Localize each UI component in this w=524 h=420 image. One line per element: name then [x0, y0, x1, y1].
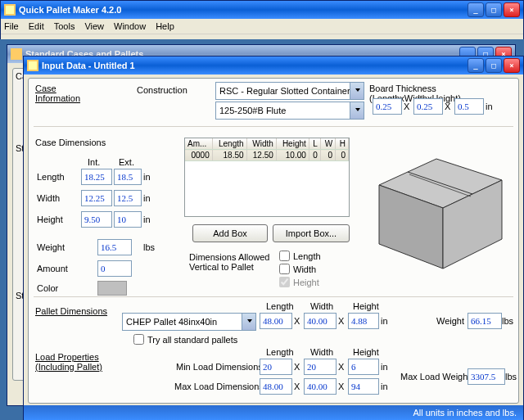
svg-rect-2: [11, 48, 22, 60]
menu-edit[interactable]: Edit: [29, 21, 44, 31]
bg-window-icon: [11, 48, 22, 60]
board-x2: X: [445, 102, 450, 111]
board-length-input[interactable]: [373, 98, 402, 115]
table-row[interactable]: 0000 18.50 12.50 10.00 0 0 0: [185, 150, 349, 161]
width-label: Width: [37, 193, 60, 203]
try-all-pallets-check[interactable]: Try all standard pallets: [133, 334, 237, 345]
th-h[interactable]: H: [336, 138, 349, 150]
board-unit: in: [486, 102, 493, 111]
menu-help[interactable]: Help: [156, 21, 174, 31]
import-box-button[interactable]: Import Box...: [273, 224, 350, 242]
max-height-input[interactable]: [348, 378, 379, 395]
width-ext-input[interactable]: [114, 190, 142, 206]
minimize-button[interactable]: _: [468, 2, 484, 17]
construction-flute-value: 125-250#B Flute: [219, 106, 286, 115]
height-unit: in: [143, 215, 151, 224]
input-window-title: Input Data - Untitled 1: [42, 61, 135, 70]
vertical-label: Dimensions Allowed Vertical to Pallet: [189, 252, 269, 272]
th-width[interactable]: Width: [246, 138, 276, 150]
construction-flute-select[interactable]: 125-250#B Flute: [215, 102, 364, 120]
pallet-x1: X: [294, 316, 300, 326]
svg-rect-1: [6, 6, 14, 14]
th-amount[interactable]: Am...: [185, 138, 212, 150]
board-x1: X: [404, 102, 409, 111]
pallet-weight-label: Weight: [436, 316, 464, 326]
pallet-select-value: CHEP Pallet 48inx40in: [126, 317, 217, 327]
max-length-input[interactable]: [260, 378, 292, 395]
menu-file[interactable]: File: [4, 21, 19, 31]
height-label: Height: [37, 215, 63, 224]
status-bar: All units in inches and lbs.: [24, 405, 523, 420]
length-int-input[interactable]: [81, 169, 112, 185]
load-hgt-lbl: Height: [353, 347, 379, 357]
status-text: All units in inches and lbs.: [413, 408, 517, 418]
load-props-heading: Load Properties (Including Pallet): [35, 352, 102, 372]
ext-hdr: Ext.: [119, 157, 134, 167]
menu-window[interactable]: Window: [114, 21, 146, 31]
pallet-len-lbl: Length: [266, 301, 294, 311]
board-width-input[interactable]: [413, 98, 443, 115]
min-length-input[interactable]: [260, 359, 292, 375]
menu-view[interactable]: View: [84, 21, 104, 31]
input-minimize-button[interactable]: _: [468, 58, 484, 73]
maximize-button[interactable]: □: [486, 2, 502, 17]
close-button[interactable]: ×: [504, 2, 520, 17]
max-load-weight-label: Max Load Weight: [400, 372, 470, 382]
case-info-heading: Case Information: [35, 84, 80, 103]
pallet-unit: in: [381, 316, 388, 326]
height-int-input[interactable]: [81, 211, 112, 228]
length-label: Length: [37, 172, 65, 182]
width-int-input[interactable]: [81, 190, 112, 206]
min-height-input[interactable]: [348, 359, 379, 375]
th-length[interactable]: Length: [212, 138, 246, 150]
th-w[interactable]: W: [320, 138, 335, 150]
construction-type-value: RSC - Regular Slotted Container: [219, 86, 350, 96]
min-width-input[interactable]: [304, 359, 337, 375]
pallet-width-input[interactable]: [304, 313, 337, 329]
amount-label: Amount: [37, 264, 68, 273]
board-height-input[interactable]: [454, 98, 484, 115]
menu-tools[interactable]: Tools: [54, 21, 75, 31]
pallet-length-input[interactable]: [260, 313, 292, 329]
min-load-label: Min Load Dimensions: [176, 362, 263, 372]
pallet-height-input[interactable]: [348, 313, 379, 329]
construction-type-select[interactable]: RSC - Regular Slotted Container: [215, 82, 364, 100]
input-maximize-button[interactable]: □: [486, 58, 502, 73]
load-len-lbl: Length: [266, 347, 294, 357]
weight-input[interactable]: [97, 239, 132, 255]
pallet-hgt-lbl: Height: [353, 301, 379, 311]
length-ext-input[interactable]: [114, 169, 142, 185]
pallet-weight-input[interactable]: [468, 313, 502, 329]
svg-rect-4: [29, 61, 37, 70]
pallet-weight-unit: lbs: [502, 316, 513, 326]
menubar: File Edit Tools View Window Help: [1, 19, 523, 34]
int-hdr: Int.: [88, 157, 100, 167]
pallet-x2: X: [338, 316, 344, 326]
vert-width-check[interactable]: Width: [279, 264, 316, 274]
case-dims-heading: Case Dimensions: [35, 138, 106, 147]
box-preview: [364, 138, 512, 285]
add-box-button[interactable]: Add Box: [192, 224, 268, 242]
vert-length-check[interactable]: Length: [279, 251, 321, 261]
input-window-icon: [27, 60, 38, 71]
load-wid-lbl: Width: [310, 347, 333, 357]
app-title: Quick Pallet Maker 4.2.0: [19, 5, 121, 15]
weight-unit: lbs: [143, 242, 155, 252]
th-height[interactable]: Height: [276, 138, 309, 150]
pallet-dims-heading: Pallet Dimensions: [35, 306, 107, 316]
max-load-label: Max Load Dimensions: [174, 382, 264, 391]
height-ext-input[interactable]: [114, 211, 142, 228]
amount-input[interactable]: [97, 260, 132, 277]
color-swatch[interactable]: [97, 281, 127, 296]
construction-label: Construction: [137, 85, 187, 95]
pallet-select[interactable]: CHEP Pallet 48inx40in: [122, 313, 256, 331]
max-load-weight-unit: lbs: [505, 372, 517, 382]
th-l[interactable]: L: [309, 138, 320, 150]
box-table[interactable]: Am... Length Width Height L W H 0000 18.…: [184, 138, 350, 217]
input-close-button[interactable]: ×: [504, 58, 520, 73]
length-unit: in: [143, 172, 151, 182]
app-icon: [4, 4, 16, 16]
max-load-weight-input[interactable]: [468, 368, 505, 385]
max-width-input[interactable]: [304, 378, 337, 395]
color-label: Color: [37, 283, 58, 293]
